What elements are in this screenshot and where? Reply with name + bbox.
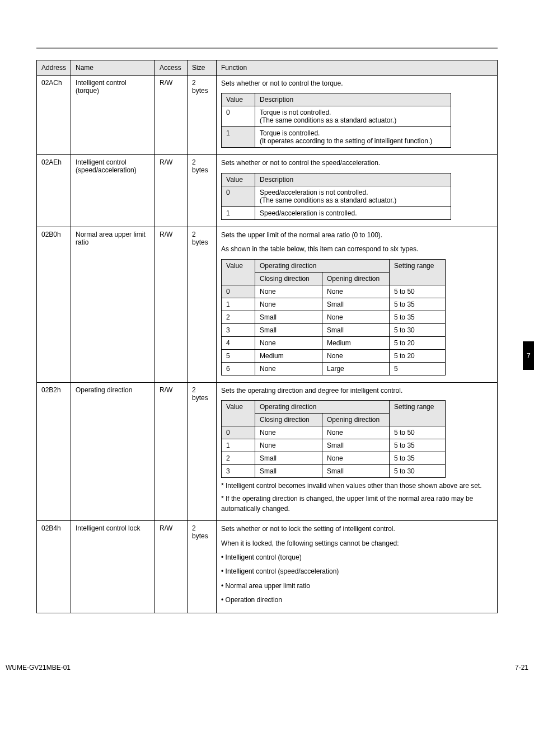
inner-header: Operating direction — [255, 259, 390, 272]
inner-cell: 0 — [222, 285, 255, 298]
cell-size: 2 bytes — [188, 521, 217, 613]
cell-address: 02B0h — [37, 227, 71, 382]
inner-cell: 4 — [222, 336, 255, 349]
inner-cell: 5 to 50 — [390, 426, 446, 439]
inner-cell: 5 to 35 — [390, 452, 446, 464]
cell-size: 2 bytes — [188, 227, 217, 382]
cell-size: 2 bytes — [188, 382, 217, 521]
inner-cell: 0 — [222, 186, 255, 206]
inner-cell: Speed/acceleration is controlled. — [255, 206, 451, 219]
cell-size: 2 bytes — [188, 155, 217, 227]
inner-cell: Medium — [322, 336, 390, 349]
function-text: • Intelligent control (torque) — [221, 553, 493, 562]
inner-cell: None — [322, 452, 390, 464]
function-text: Sets the operating direction and degree … — [221, 386, 493, 396]
inner-header: Setting range — [390, 259, 446, 285]
inner-cell: Speed/acceleration is not controlled.(Th… — [255, 186, 451, 206]
inner-cell: 1 — [222, 439, 255, 452]
inner-cell: None — [255, 362, 322, 375]
header-name: Name — [71, 60, 155, 76]
inner-table: ValueDescription0Speed/acceleration is n… — [221, 173, 451, 220]
function-text: • Intelligent control (speed/acceleratio… — [221, 567, 493, 576]
function-text: As shown in the table below, this item c… — [221, 245, 493, 254]
inner-header: Value — [222, 259, 255, 285]
inner-header: Value — [222, 400, 255, 426]
header-address: Address — [37, 60, 71, 76]
cell-name: Intelligent control lock — [71, 521, 155, 613]
inner-header: Closing direction — [255, 413, 322, 426]
footer-doc-id: WUME-GV21MBE-01 — [6, 664, 71, 672]
inner-header: Operating direction — [255, 400, 390, 413]
footer-page-no: 7-21 — [515, 664, 528, 672]
inner-cell: 5 — [390, 362, 446, 375]
cell-access: R/W — [155, 227, 188, 382]
cell-function: Sets whether or not to control the torqu… — [217, 76, 498, 155]
cell-access: R/W — [155, 521, 188, 613]
cell-function: Sets the operating direction and degree … — [217, 382, 498, 521]
cell-address: 02ACh — [37, 76, 71, 155]
inner-cell: Small — [255, 464, 322, 477]
cell-address: 02AEh — [37, 155, 71, 227]
cell-address: 02B2h — [37, 382, 71, 521]
inner-header: Opening direction — [322, 272, 390, 285]
inner-header: Setting range — [390, 400, 446, 426]
cell-name: Intelligent control (speed/acceleration) — [71, 155, 155, 227]
inner-cell: None — [322, 311, 390, 323]
function-text: Sets whether or not to control the torqu… — [221, 79, 493, 88]
inner-cell: Torque is not controlled.(The same condi… — [255, 106, 451, 127]
cell-name: Intelligent control (torque) — [71, 76, 155, 155]
inner-cell: Small — [255, 452, 322, 464]
inner-table: ValueDescription0Torque is not controlle… — [221, 93, 451, 148]
inner-cell: Small — [255, 323, 322, 336]
inner-cell: 5 to 35 — [390, 439, 446, 452]
inner-table: ValueOperating directionSetting rangeClo… — [221, 259, 446, 375]
cell-name: Operating direction — [71, 382, 155, 521]
inner-cell: Torque is controlled.(It operates accord… — [255, 127, 451, 148]
inner-cell: 5 to 30 — [390, 323, 446, 336]
inner-cell: 0 — [222, 106, 255, 127]
inner-table: ValueOperating directionSetting rangeClo… — [221, 400, 446, 478]
cell-size: 2 bytes — [188, 76, 217, 155]
header-function: Function — [217, 60, 498, 76]
table-row: 02B4hIntelligent control lockR/W2 bytesS… — [37, 521, 498, 613]
inner-cell: 3 — [222, 323, 255, 336]
inner-cell: 1 — [222, 127, 255, 148]
cell-name: Normal area upper limit ratio — [71, 227, 155, 382]
inner-cell: Small — [322, 464, 390, 477]
inner-cell: None — [255, 285, 322, 298]
cell-function: Sets whether or not to lock the setting … — [217, 521, 498, 613]
function-text: Sets the upper limit of the normal area … — [221, 231, 493, 240]
register-table: Address Name Access Size Function 02AChI… — [36, 60, 498, 613]
inner-cell: 6 — [222, 362, 255, 375]
function-text: When it is locked, the following setting… — [221, 539, 493, 548]
cell-access: R/W — [155, 76, 188, 155]
inner-header: Closing direction — [255, 272, 322, 285]
function-text: Sets whether or not to lock the setting … — [221, 524, 493, 534]
inner-cell: 5 to 35 — [390, 298, 446, 311]
inner-cell: 0 — [222, 426, 255, 439]
inner-cell: 5 to 35 — [390, 311, 446, 323]
cell-access: R/W — [155, 155, 188, 227]
inner-cell: None — [322, 285, 390, 298]
inner-cell: 2 — [222, 452, 255, 464]
table-row: 02AChIntelligent control (torque)R/W2 by… — [37, 76, 498, 155]
inner-header: Description — [255, 173, 451, 186]
function-text: • Operation direction — [221, 595, 493, 605]
table-row: 02B2hOperating directionR/W2 bytesSets t… — [37, 382, 498, 521]
inner-cell: 1 — [222, 206, 255, 219]
function-note: * Intelligent control becomes invalid wh… — [221, 481, 493, 491]
header-access: Access — [155, 60, 188, 76]
inner-cell: Small — [322, 439, 390, 452]
table-row: 02B0hNormal area upper limit ratioR/W2 b… — [37, 227, 498, 382]
inner-cell: 5 — [222, 349, 255, 362]
inner-cell: None — [322, 349, 390, 362]
inner-cell: 5 to 20 — [390, 349, 446, 362]
inner-cell: None — [255, 336, 322, 349]
header-size: Size — [188, 60, 217, 76]
inner-cell: Large — [322, 362, 390, 375]
inner-cell: Medium — [255, 349, 322, 362]
cell-function: Sets whether or not to control the speed… — [217, 155, 498, 227]
cell-function: Sets the upper limit of the normal area … — [217, 227, 498, 382]
inner-cell: None — [255, 298, 322, 311]
inner-header: Value — [222, 93, 255, 106]
